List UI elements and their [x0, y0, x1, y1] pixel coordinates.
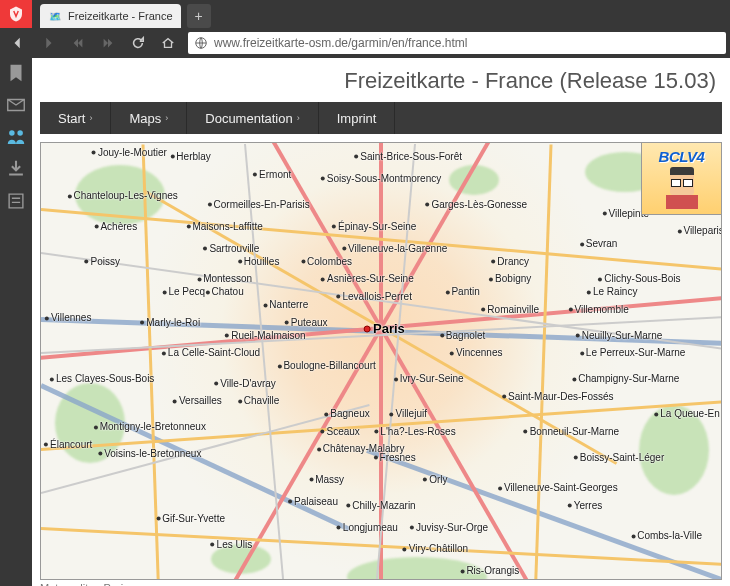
badge-text: BCLV4 [659, 148, 705, 165]
map-image: ParisJouy-le-MoutierHerblayErmontSaint-B… [40, 142, 722, 580]
globe-icon [194, 36, 208, 50]
back-button[interactable] [4, 30, 32, 56]
page-menu: Start›Maps›Documentation›Imprint [40, 102, 722, 134]
page-title: Freizeitkarte - France (Release 15.03) [32, 58, 730, 102]
avatar-icon [660, 165, 704, 209]
page-content: Freizeitkarte - France (Release 15.03) S… [32, 58, 730, 586]
url-text: www.freizeitkarte-osm.de/garmin/en/franc… [214, 36, 467, 50]
toolbar: www.freizeitkarte-osm.de/garmin/en/franc… [0, 28, 730, 58]
avatar-badge: BCLV4 [641, 143, 721, 215]
forward-button[interactable] [34, 30, 62, 56]
favicon-icon: 🗺️ [48, 9, 62, 23]
vivaldi-logo[interactable] [0, 0, 32, 28]
svg-point-2 [17, 130, 23, 136]
notes-icon[interactable] [5, 190, 27, 212]
menu-start[interactable]: Start› [40, 102, 111, 134]
contacts-icon[interactable] [5, 126, 27, 148]
sidebar-panel [0, 58, 32, 586]
reload-button[interactable] [124, 30, 152, 56]
tab-title: Freizeitkarte - France [68, 10, 173, 22]
browser-tab[interactable]: 🗺️ Freizeitkarte - France [40, 4, 181, 28]
menu-documentation[interactable]: Documentation› [187, 102, 318, 134]
fast-forward-button[interactable] [94, 30, 122, 56]
home-button[interactable] [154, 30, 182, 56]
svg-point-1 [9, 130, 15, 136]
new-tab-button[interactable]: + [187, 4, 211, 28]
downloads-icon[interactable] [5, 158, 27, 180]
title-bar: 🗺️ Freizeitkarte - France + [0, 0, 730, 28]
menu-maps[interactable]: Maps› [111, 102, 187, 134]
mail-icon[interactable] [5, 94, 27, 116]
map-caption: Metropolitan Paris. [40, 582, 730, 586]
menu-imprint[interactable]: Imprint [319, 102, 396, 134]
address-bar[interactable]: www.freizeitkarte-osm.de/garmin/en/franc… [188, 32, 726, 54]
bookmarks-icon[interactable] [5, 62, 27, 84]
rewind-button[interactable] [64, 30, 92, 56]
